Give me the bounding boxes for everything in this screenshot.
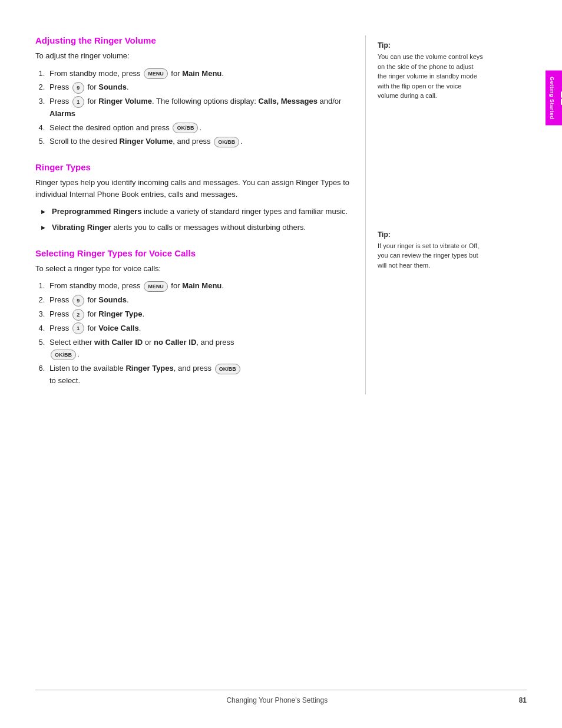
main-menu-label-2: Main Menu [182, 281, 222, 290]
key-2-1: 2 [72, 309, 84, 321]
tip-block-2: Tip: If your ringer is set to vibrate or… [378, 230, 483, 271]
key-9-2: 9 [72, 295, 84, 307]
okbb-button-4: OK/BB [215, 364, 240, 374]
step-2-selecting: Press 9 for Sounds. [47, 294, 353, 307]
alarms-label: Alarms [49, 109, 75, 118]
main-menu-label-1: Main Menu [182, 69, 222, 78]
step-4-selecting: Press 1 for Voice Calls. [47, 322, 353, 335]
calls-messages-label: Calls, Messages [258, 97, 317, 106]
key-9-1: 9 [72, 82, 84, 94]
key-1-1: 1 [72, 96, 84, 108]
tip-text-1: You can use the volume control keys on t… [378, 52, 483, 101]
step-3-adjusting: Press 1 for Ringer Volume. The following… [47, 95, 353, 120]
voice-calls-label: Voice Calls [98, 324, 138, 332]
tip-block-1: Tip: You can use the volume control keys… [378, 41, 483, 101]
ringer-type-label: Ringer Type [98, 309, 142, 318]
side-panel: Tip: You can use the volume control keys… [365, 35, 483, 394]
step-4-adjusting: Select the desired option and press OK/B… [47, 122, 353, 134]
menu-button-1: MENU [144, 68, 168, 79]
step-6-selecting: Listen to the available Ringer Types, an… [47, 363, 353, 387]
page-footer: Changing Your Phone's Settings 81 [35, 690, 527, 704]
intro-adjusting: To adjust the ringer volume: [35, 50, 353, 62]
step-5-adjusting: Scroll to the desired Ringer Volume, and… [47, 136, 353, 148]
okbb-button-2: OK/BB [214, 137, 239, 147]
sounds-label-2: Sounds [98, 295, 127, 304]
step-1-selecting: From standby mode, press MENU for Main M… [47, 280, 353, 292]
bullet-vibrating: Vibrating Ringer alerts you to calls or … [41, 222, 353, 234]
content-wrapper: Adjusting the Ringer Volume To adjust th… [0, 35, 562, 394]
intro-selecting: To select a ringer type for voice calls: [35, 263, 353, 275]
ringer-volume-label: Ringer Volume [98, 97, 152, 106]
sounds-label-1: Sounds [98, 83, 127, 91]
step-5-selecting: Select either with Caller ID or no Calle… [47, 337, 353, 361]
section-heading-ringer-types: Ringer Types [35, 162, 353, 172]
tip-label-1: Tip: [378, 41, 483, 50]
step-2-adjusting: Press 9 for Sounds. [47, 81, 353, 94]
ringer-types-label-2: Ringer Types [125, 364, 173, 373]
okbb-button-1: OK/BB [173, 123, 198, 133]
bullet-preprogrammed: Preprogrammed Ringers include a variety … [41, 206, 353, 218]
menu-button-2: MENU [144, 281, 168, 292]
step-1-adjusting: From standby mode, press MENU for Main M… [47, 68, 353, 80]
page-container: Getting Started 11 Adjusting the Ringer … [0, 0, 562, 728]
key-1-2: 1 [72, 322, 84, 334]
footer-label: Changing Your Phone's Settings [35, 696, 519, 704]
okbb-button-3: OK/BB [51, 350, 76, 360]
sidebar-tab-number: 11 [557, 91, 562, 105]
bullet-list-ringer-types: Preprogrammed Ringers include a variety … [41, 206, 353, 234]
vibrating-ringer-label: Vibrating Ringer [52, 223, 111, 232]
sidebar-tab: Getting Started 11 [546, 71, 562, 126]
no-caller-id-label: no Caller ID [154, 338, 196, 347]
intro-ringer-types: Ringer types help you identify incoming … [35, 177, 353, 200]
footer-page: 81 [519, 696, 527, 704]
section-heading-selecting: Selecting Ringer Types for Voice Calls [35, 248, 353, 258]
steps-selecting: From standby mode, press MENU for Main M… [47, 280, 353, 387]
with-caller-id-label: with Caller ID [94, 338, 143, 347]
main-content: Adjusting the Ringer Volume To adjust th… [35, 35, 365, 394]
tip-label-2: Tip: [378, 230, 483, 239]
tip-text-2: If your ringer is set to vibrate or Off,… [378, 241, 483, 271]
steps-adjusting: From standby mode, press MENU for Main M… [47, 68, 353, 149]
preprogrammed-ringers-label: Preprogrammed Ringers [52, 207, 141, 216]
section-heading-adjusting: Adjusting the Ringer Volume [35, 35, 353, 45]
step-3-selecting: Press 2 for Ringer Type. [47, 308, 353, 321]
ringer-volume-label-2: Ringer Volume [120, 137, 173, 146]
sidebar-tab-label: Getting Started [549, 77, 555, 120]
